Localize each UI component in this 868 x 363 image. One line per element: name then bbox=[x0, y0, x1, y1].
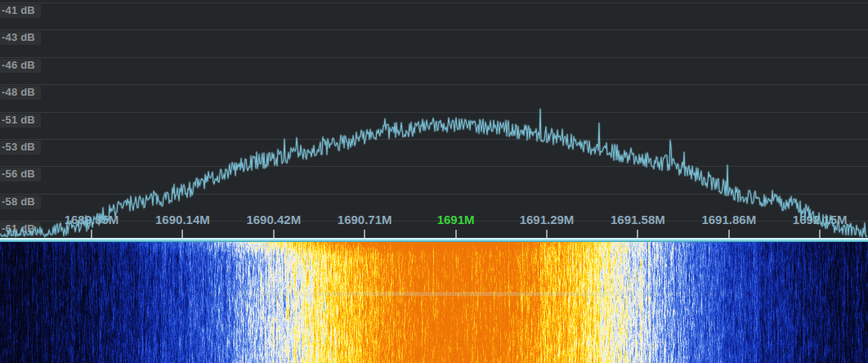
spectrum-trace-canvas[interactable] bbox=[0, 0, 868, 242]
waterfall-canvas[interactable] bbox=[0, 242, 868, 363]
spectrum-panel[interactable]: -41 dB-43 dB-46 dB-48 dB-51 dB-53 dB-56 … bbox=[0, 0, 868, 242]
sdr-app-screen: -41 dB-43 dB-46 dB-48 dB-51 dB-53 dB-56 … bbox=[0, 0, 868, 363]
spectrum-baseline bbox=[0, 238, 868, 242]
